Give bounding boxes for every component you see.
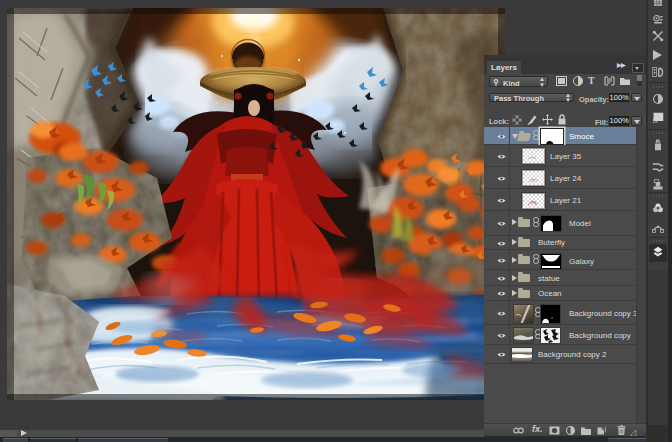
svg-text:fx: fx bbox=[653, 117, 659, 124]
